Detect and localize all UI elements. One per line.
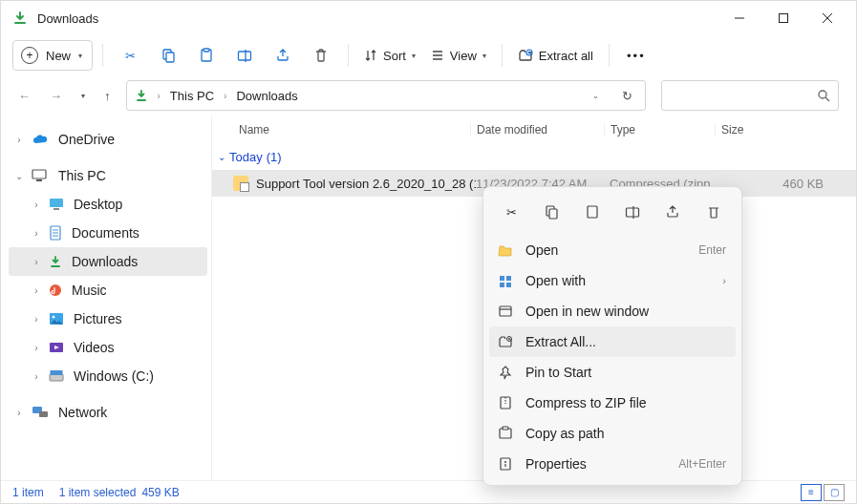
context-menu-item-properties[interactable]: PropertiesAlt+Enter xyxy=(489,449,736,479)
sidebar-item-desktop[interactable]: › Desktop xyxy=(9,190,207,219)
chevron-right-icon[interactable]: › xyxy=(222,91,228,101)
copypath-icon xyxy=(497,426,514,441)
cm-cut-button[interactable]: ✂ xyxy=(497,199,525,225)
new-button[interactable]: + New ▾ xyxy=(12,40,93,71)
paste-button[interactable] xyxy=(189,40,224,71)
svg-rect-32 xyxy=(627,208,639,217)
recent-button[interactable]: ▾ xyxy=(81,92,85,100)
chevron-down-icon: ▾ xyxy=(482,52,486,60)
copy-button[interactable] xyxy=(151,40,185,71)
svg-rect-26 xyxy=(51,370,63,375)
sidebar-item-thispc[interactable]: ⌄ This PC xyxy=(9,161,207,190)
context-menu-hint: Alt+Enter xyxy=(678,457,726,471)
context-menu-label: Compress to ZIP file xyxy=(525,395,726,410)
group-header-today[interactable]: ⌄ Today (1) xyxy=(212,144,856,170)
svg-rect-34 xyxy=(500,276,504,281)
svg-rect-14 xyxy=(36,179,42,181)
rename-icon xyxy=(625,204,640,220)
chevron-right-icon: › xyxy=(722,275,726,286)
delete-button[interactable] xyxy=(304,40,338,71)
chevron-right-icon[interactable]: › xyxy=(30,371,43,382)
context-menu-item-open-in-new-window[interactable]: Open in new window xyxy=(489,296,736,326)
back-button[interactable]: ← xyxy=(18,89,31,103)
maximize-button[interactable] xyxy=(762,4,804,32)
minimize-button[interactable] xyxy=(718,4,761,32)
column-date[interactable]: Date modified xyxy=(470,123,604,136)
cm-paste-button[interactable] xyxy=(578,199,607,225)
context-menu-hint: Enter xyxy=(698,243,726,257)
chevron-right-icon[interactable]: › xyxy=(30,314,43,325)
cm-copy-button[interactable] xyxy=(537,199,566,225)
context-menu-item-open[interactable]: OpenEnter xyxy=(489,235,736,265)
plus-icon: + xyxy=(21,47,38,64)
more-icon: ••• xyxy=(627,49,646,63)
share-icon xyxy=(665,204,680,220)
desktop-icon xyxy=(49,198,64,211)
svg-point-46 xyxy=(504,461,506,463)
chevron-right-icon[interactable]: › xyxy=(30,257,43,267)
column-size[interactable]: Size xyxy=(715,123,856,136)
column-name[interactable]: Name xyxy=(239,123,470,136)
sidebar-item-music[interactable]: › Music xyxy=(9,276,207,304)
close-button[interactable] xyxy=(806,4,848,32)
rename-button[interactable] xyxy=(227,40,262,71)
search-icon xyxy=(817,89,830,102)
svg-point-11 xyxy=(819,91,826,98)
divider xyxy=(348,44,349,67)
context-menu-item-copy-as-path[interactable]: Copy as path xyxy=(489,418,736,449)
folder-icon xyxy=(497,242,514,258)
zip-file-icon xyxy=(233,176,248,191)
context-menu-item-extract-all[interactable]: Extract All... xyxy=(489,326,736,357)
chevron-right-icon[interactable]: › xyxy=(30,343,43,353)
sidebar-item-downloads[interactable]: › Downloads xyxy=(9,247,207,276)
refresh-button[interactable]: ↻ xyxy=(612,89,641,103)
more-button[interactable]: ••• xyxy=(619,40,653,71)
forward-button[interactable]: → xyxy=(50,89,62,103)
chevron-down-icon[interactable]: ⌄ xyxy=(12,171,26,181)
extract-all-button[interactable]: Extract all xyxy=(512,40,599,71)
cm-share-button[interactable] xyxy=(658,199,687,225)
svg-point-23 xyxy=(53,316,55,319)
context-menu-item-pin-to-start[interactable]: Pin to Start xyxy=(489,357,736,388)
sidebar-item-drive-c[interactable]: › Windows (C:) xyxy=(9,362,207,390)
cm-delete-button[interactable] xyxy=(699,199,728,225)
context-menu-item-compress-to-zip-file[interactable]: Compress to ZIP file xyxy=(489,388,736,418)
view-button[interactable]: View ▾ xyxy=(425,40,492,71)
column-type[interactable]: Type xyxy=(604,123,715,136)
chevron-down-icon: ▾ xyxy=(78,52,82,60)
chevron-right-icon[interactable]: › xyxy=(12,408,26,418)
window-title: Downloads xyxy=(37,11,98,26)
context-menu-label: Pin to Start xyxy=(525,365,726,380)
share-button[interactable] xyxy=(266,40,300,71)
svg-point-21 xyxy=(50,284,61,296)
chevron-right-icon[interactable]: › xyxy=(30,285,43,296)
sidebar-item-pictures[interactable]: › Pictures xyxy=(9,304,207,333)
details-view-button[interactable]: ≡ xyxy=(801,484,822,501)
chevron-right-icon[interactable]: › xyxy=(12,135,26,145)
chevron-right-icon[interactable]: › xyxy=(156,91,162,101)
sidebar-item-network[interactable]: › Network xyxy=(9,398,207,427)
svg-rect-5 xyxy=(166,52,174,62)
breadcrumb-current[interactable]: Downloads xyxy=(236,89,297,103)
svg-rect-8 xyxy=(239,52,251,60)
sidebar-item-videos[interactable]: › Videos xyxy=(9,333,207,362)
up-button[interactable]: ↑ xyxy=(104,89,111,103)
chevron-down-icon[interactable]: ⌄ xyxy=(587,92,605,100)
sidebar-item-documents[interactable]: › Documents xyxy=(9,219,207,247)
status-count: 1 item xyxy=(12,486,44,499)
search-box[interactable] xyxy=(661,80,839,111)
thumbnails-view-button[interactable]: ▢ xyxy=(824,484,845,501)
svg-rect-13 xyxy=(32,170,46,178)
context-menu-item-open-with[interactable]: Open with› xyxy=(489,265,736,296)
cloud-icon xyxy=(32,133,49,146)
cut-button[interactable]: ✂ xyxy=(113,40,147,71)
divider xyxy=(102,44,103,67)
breadcrumb-root[interactable]: This PC xyxy=(170,89,214,103)
cm-rename-button[interactable] xyxy=(618,199,647,225)
sidebar-item-onedrive[interactable]: › OneDrive xyxy=(9,125,207,154)
chevron-right-icon[interactable]: › xyxy=(30,200,43,210)
sort-icon xyxy=(364,49,377,62)
sort-button[interactable]: Sort ▾ xyxy=(358,40,421,71)
chevron-right-icon[interactable]: › xyxy=(30,228,43,239)
address-bar[interactable]: › This PC › Downloads ⌄ ↻ xyxy=(126,80,647,111)
